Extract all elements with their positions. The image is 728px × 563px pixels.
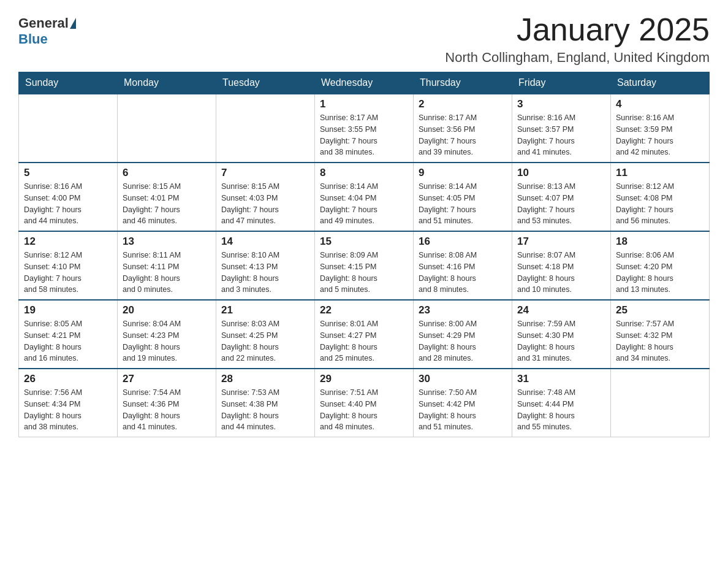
logo-general-text: General — [18, 15, 76, 31]
cell-w1-d6: 3Sunrise: 8:16 AMSunset: 3:57 PMDaylight… — [512, 94, 611, 163]
day-number: 1 — [320, 98, 408, 110]
day-number: 10 — [517, 167, 605, 179]
cell-w5-d5: 30Sunrise: 7:50 AMSunset: 4:42 PMDayligh… — [414, 369, 512, 437]
cell-w1-d4: 1Sunrise: 8:17 AMSunset: 3:55 PMDaylight… — [315, 94, 414, 163]
cell-w3-d7: 18Sunrise: 8:06 AMSunset: 4:20 PMDayligh… — [611, 231, 710, 300]
day-number: 19 — [24, 304, 112, 316]
cell-w3-d5: 16Sunrise: 8:08 AMSunset: 4:16 PMDayligh… — [414, 231, 512, 300]
day-number: 8 — [320, 167, 408, 179]
logo: General Blue — [18, 12, 76, 47]
cell-w5-d7 — [611, 369, 710, 437]
cell-w3-d4: 15Sunrise: 8:09 AMSunset: 4:15 PMDayligh… — [315, 231, 414, 300]
col-tuesday: Tuesday — [216, 72, 315, 94]
day-info: Sunrise: 7:54 AMSunset: 4:36 PMDaylight:… — [123, 387, 211, 433]
cell-w5-d2: 27Sunrise: 7:54 AMSunset: 4:36 PMDayligh… — [118, 369, 216, 437]
cell-w1-d5: 2Sunrise: 8:17 AMSunset: 3:56 PMDaylight… — [414, 94, 512, 163]
col-monday: Monday — [118, 72, 216, 94]
day-number: 13 — [123, 236, 211, 248]
day-number: 23 — [419, 304, 507, 316]
week-row-5: 26Sunrise: 7:56 AMSunset: 4:34 PMDayligh… — [19, 369, 710, 437]
day-number: 17 — [517, 236, 605, 248]
calendar-title: January 2025 — [445, 12, 710, 47]
day-number: 21 — [221, 304, 309, 316]
logo-blue-label: Blue — [18, 31, 48, 47]
day-number: 9 — [419, 167, 507, 179]
day-info: Sunrise: 8:17 AMSunset: 3:56 PMDaylight:… — [419, 112, 507, 158]
day-info: Sunrise: 8:05 AMSunset: 4:21 PMDaylight:… — [24, 318, 112, 364]
day-number: 30 — [419, 373, 507, 385]
col-saturday: Saturday — [611, 72, 710, 94]
day-info: Sunrise: 7:53 AMSunset: 4:38 PMDaylight:… — [221, 387, 309, 433]
day-info: Sunrise: 8:16 AMSunset: 4:00 PMDaylight:… — [24, 181, 112, 227]
cell-w2-d2: 6Sunrise: 8:15 AMSunset: 4:01 PMDaylight… — [118, 163, 216, 231]
cell-w4-d2: 20Sunrise: 8:04 AMSunset: 4:23 PMDayligh… — [118, 300, 216, 369]
cell-w3-d2: 13Sunrise: 8:11 AMSunset: 4:11 PMDayligh… — [118, 231, 216, 300]
day-info: Sunrise: 8:00 AMSunset: 4:29 PMDaylight:… — [419, 318, 507, 364]
day-number: 26 — [24, 373, 112, 385]
cell-w5-d3: 28Sunrise: 7:53 AMSunset: 4:38 PMDayligh… — [216, 369, 315, 437]
week-row-3: 12Sunrise: 8:12 AMSunset: 4:10 PMDayligh… — [19, 231, 710, 300]
day-info: Sunrise: 8:14 AMSunset: 4:04 PMDaylight:… — [320, 181, 408, 227]
calendar-subtitle: North Collingham, England, United Kingdo… — [445, 50, 710, 66]
day-number: 27 — [123, 373, 211, 385]
col-thursday: Thursday — [414, 72, 512, 94]
day-info: Sunrise: 7:50 AMSunset: 4:42 PMDaylight:… — [419, 387, 507, 433]
cell-w3-d6: 17Sunrise: 8:07 AMSunset: 4:18 PMDayligh… — [512, 231, 611, 300]
day-info: Sunrise: 8:08 AMSunset: 4:16 PMDaylight:… — [419, 250, 507, 296]
cell-w2-d6: 10Sunrise: 8:13 AMSunset: 4:07 PMDayligh… — [512, 163, 611, 231]
cell-w3-d3: 14Sunrise: 8:10 AMSunset: 4:13 PMDayligh… — [216, 231, 315, 300]
logo-triangle-icon — [70, 18, 76, 29]
day-number: 31 — [517, 373, 605, 385]
cell-w2-d3: 7Sunrise: 8:15 AMSunset: 4:03 PMDaylight… — [216, 163, 315, 231]
day-number: 5 — [24, 167, 112, 179]
cell-w5-d6: 31Sunrise: 7:48 AMSunset: 4:44 PMDayligh… — [512, 369, 611, 437]
day-info: Sunrise: 7:51 AMSunset: 4:40 PMDaylight:… — [320, 387, 408, 433]
day-info: Sunrise: 8:01 AMSunset: 4:27 PMDaylight:… — [320, 318, 408, 364]
cell-w4-d3: 21Sunrise: 8:03 AMSunset: 4:25 PMDayligh… — [216, 300, 315, 369]
week-row-1: 1Sunrise: 8:17 AMSunset: 3:55 PMDaylight… — [19, 94, 710, 163]
day-number: 3 — [517, 98, 605, 110]
day-info: Sunrise: 8:12 AMSunset: 4:10 PMDaylight:… — [24, 250, 112, 296]
cell-w2-d1: 5Sunrise: 8:16 AMSunset: 4:00 PMDaylight… — [19, 163, 118, 231]
day-number: 6 — [123, 167, 211, 179]
day-info: Sunrise: 8:12 AMSunset: 4:08 PMDaylight:… — [616, 181, 704, 227]
calendar-table: Sunday Monday Tuesday Wednesday Thursday… — [18, 72, 710, 437]
day-info: Sunrise: 8:03 AMSunset: 4:25 PMDaylight:… — [221, 318, 309, 364]
day-number: 12 — [24, 236, 112, 248]
day-info: Sunrise: 8:06 AMSunset: 4:20 PMDaylight:… — [616, 250, 704, 296]
day-info: Sunrise: 8:10 AMSunset: 4:13 PMDaylight:… — [221, 250, 309, 296]
day-number: 24 — [517, 304, 605, 316]
calendar-header-row: Sunday Monday Tuesday Wednesday Thursday… — [19, 72, 710, 94]
day-info: Sunrise: 8:16 AMSunset: 3:59 PMDaylight:… — [616, 112, 704, 158]
day-number: 22 — [320, 304, 408, 316]
col-sunday: Sunday — [19, 72, 118, 94]
day-info: Sunrise: 8:13 AMSunset: 4:07 PMDaylight:… — [517, 181, 605, 227]
day-info: Sunrise: 7:59 AMSunset: 4:30 PMDaylight:… — [517, 318, 605, 364]
cell-w1-d7: 4Sunrise: 8:16 AMSunset: 3:59 PMDaylight… — [611, 94, 710, 163]
day-info: Sunrise: 8:11 AMSunset: 4:11 PMDaylight:… — [123, 250, 211, 296]
day-number: 14 — [221, 236, 309, 248]
cell-w2-d7: 11Sunrise: 8:12 AMSunset: 4:08 PMDayligh… — [611, 163, 710, 231]
cell-w4-d1: 19Sunrise: 8:05 AMSunset: 4:21 PMDayligh… — [19, 300, 118, 369]
day-number: 29 — [320, 373, 408, 385]
cell-w2-d4: 8Sunrise: 8:14 AMSunset: 4:04 PMDaylight… — [315, 163, 414, 231]
day-number: 20 — [123, 304, 211, 316]
cell-w1-d2 — [118, 94, 216, 163]
day-number: 11 — [616, 167, 704, 179]
cell-w4-d6: 24Sunrise: 7:59 AMSunset: 4:30 PMDayligh… — [512, 300, 611, 369]
cell-w5-d1: 26Sunrise: 7:56 AMSunset: 4:34 PMDayligh… — [19, 369, 118, 437]
day-info: Sunrise: 7:57 AMSunset: 4:32 PMDaylight:… — [616, 318, 704, 364]
cell-w1-d3 — [216, 94, 315, 163]
col-friday: Friday — [512, 72, 611, 94]
cell-w4-d5: 23Sunrise: 8:00 AMSunset: 4:29 PMDayligh… — [414, 300, 512, 369]
day-info: Sunrise: 8:14 AMSunset: 4:05 PMDaylight:… — [419, 181, 507, 227]
title-area: January 2025 North Collingham, England, … — [445, 12, 710, 66]
col-wednesday: Wednesday — [315, 72, 414, 94]
day-info: Sunrise: 8:09 AMSunset: 4:15 PMDaylight:… — [320, 250, 408, 296]
day-info: Sunrise: 7:56 AMSunset: 4:34 PMDaylight:… — [24, 387, 112, 433]
day-info: Sunrise: 8:15 AMSunset: 4:01 PMDaylight:… — [123, 181, 211, 227]
cell-w1-d1 — [19, 94, 118, 163]
day-number: 16 — [419, 236, 507, 248]
day-info: Sunrise: 8:04 AMSunset: 4:23 PMDaylight:… — [123, 318, 211, 364]
day-info: Sunrise: 8:15 AMSunset: 4:03 PMDaylight:… — [221, 181, 309, 227]
